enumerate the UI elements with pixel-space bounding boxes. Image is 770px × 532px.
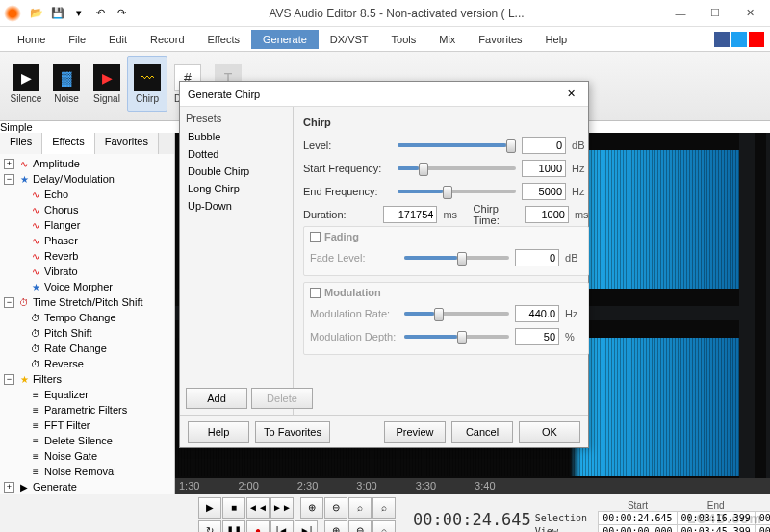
- ribbon-noise[interactable]: ▓Noise: [46, 56, 87, 112]
- dialog-close-button[interactable]: ✕: [561, 88, 580, 100]
- zoom-sel-button[interactable]: ⌕: [372, 497, 396, 519]
- tree-equalizer[interactable]: ≡Equalizer: [2, 387, 172, 402]
- tree-vibrato[interactable]: ∿Vibrato: [2, 264, 172, 279]
- dialog-titlebar[interactable]: Generate Chirp ✕: [180, 82, 588, 107]
- dropdown-icon[interactable]: ▾: [71, 6, 87, 21]
- tree-reverb[interactable]: ∿Reverb: [2, 248, 172, 264]
- minimize-button[interactable]: —: [664, 3, 697, 24]
- fade-slider[interactable]: [404, 251, 509, 265]
- maximize-button[interactable]: ☐: [699, 3, 732, 24]
- cancel-button[interactable]: Cancel: [451, 421, 513, 443]
- menu-help[interactable]: Help: [534, 30, 579, 49]
- goto-end-button[interactable]: ►|: [295, 520, 318, 533]
- tree-fft-filter[interactable]: ≡FFT Filter: [2, 418, 172, 433]
- tree-echo[interactable]: ∿Echo: [2, 187, 172, 202]
- collapse-icon[interactable]: −: [4, 374, 14, 385]
- tree-flanger[interactable]: ∿Flanger: [2, 217, 172, 233]
- level-input[interactable]: [522, 137, 566, 154]
- save-icon[interactable]: 💾: [50, 6, 65, 21]
- tree-noise-removal[interactable]: ≡Noise Removal: [2, 464, 172, 479]
- ribbon-chirp[interactable]: 〰Chirp: [127, 56, 167, 112]
- menu-effects[interactable]: Effects: [196, 30, 251, 49]
- tree-parametric[interactable]: ≡Parametric Filters: [2, 402, 172, 418]
- facebook-icon[interactable]: [714, 32, 730, 47]
- startfreq-input[interactable]: [522, 160, 566, 177]
- stop-button[interactable]: ■: [222, 497, 245, 519]
- tree-delete-silence[interactable]: ≡Delete Silence: [2, 433, 172, 448]
- preset-item[interactable]: Dotted: [186, 145, 287, 163]
- twitter-icon[interactable]: [732, 32, 747, 47]
- tree-time-stretch[interactable]: −⏱Time Stretch/Pitch Shift: [2, 294, 172, 310]
- startfreq-slider[interactable]: [398, 162, 516, 175]
- level-slider[interactable]: [398, 139, 516, 152]
- ffwd-button[interactable]: ►►: [270, 497, 294, 519]
- menu-generate[interactable]: Generate: [251, 30, 319, 49]
- tree-chorus[interactable]: ∿Chorus: [2, 202, 172, 217]
- ribbon-signal[interactable]: ▶Signal: [87, 56, 127, 112]
- zoom-v-in-button[interactable]: ⊕: [324, 520, 347, 533]
- tree-rate-change[interactable]: ⏱Rate Change: [2, 341, 172, 356]
- fading-checkbox[interactable]: [310, 232, 321, 242]
- preset-item[interactable]: Double Chirp: [186, 163, 287, 180]
- menu-dxvst[interactable]: DX/VST: [319, 30, 380, 49]
- ribbon-silence[interactable]: ▶Silence: [6, 56, 46, 112]
- tree-pitch-shift[interactable]: ⏱Pitch Shift: [2, 325, 172, 341]
- zoom-100-button[interactable]: ⌕: [348, 497, 372, 519]
- zoom-fit-button[interactable]: ⌕: [372, 520, 396, 533]
- moddepth-slider[interactable]: [404, 330, 509, 343]
- collapse-icon[interactable]: −: [4, 297, 14, 308]
- expand-icon[interactable]: +: [4, 159, 14, 169]
- modulation-checkbox[interactable]: [310, 288, 321, 298]
- add-preset-button[interactable]: Add: [186, 388, 247, 409]
- open-icon[interactable]: 📂: [29, 6, 44, 21]
- tab-effects[interactable]: Effects: [42, 133, 94, 154]
- menu-file[interactable]: File: [57, 30, 97, 49]
- redo-icon[interactable]: ↷: [114, 6, 129, 21]
- ok-button[interactable]: OK: [519, 421, 580, 443]
- zoom-out-button[interactable]: ⊖: [324, 497, 347, 519]
- tree-noise-gate[interactable]: ≡Noise Gate: [2, 448, 172, 464]
- menu-mix[interactable]: Mix: [427, 30, 467, 49]
- help-button[interactable]: Help: [188, 421, 249, 443]
- menu-edit[interactable]: Edit: [97, 30, 139, 49]
- tree-generate[interactable]: +▶Generate: [2, 479, 172, 494]
- expand-icon[interactable]: +: [4, 482, 14, 493]
- time-ruler[interactable]: 1:30 2:00 2:30 3:00 3:30 3:40: [175, 478, 770, 494]
- tree-reverse[interactable]: ⏱Reverse: [2, 356, 172, 371]
- chirptime-input[interactable]: [525, 206, 569, 223]
- menu-favorites[interactable]: Favorites: [467, 30, 533, 49]
- modrate-slider[interactable]: [404, 307, 509, 320]
- effects-tree[interactable]: +∿Amplitude −★Delay/Modulation ∿Echo ∿Ch…: [0, 154, 174, 494]
- youtube-icon[interactable]: [749, 32, 764, 47]
- zoom-in-button[interactable]: ⊕: [300, 497, 323, 519]
- tree-tempo-change[interactable]: ⏱Tempo Change: [2, 310, 172, 325]
- tree-phaser[interactable]: ∿Phaser: [2, 233, 172, 248]
- preset-item[interactable]: Long Chirp: [186, 180, 287, 197]
- loop-button[interactable]: ↻: [198, 520, 221, 533]
- record-button[interactable]: ●: [246, 520, 270, 533]
- menu-tools[interactable]: Tools: [380, 30, 428, 49]
- play-button[interactable]: ▶: [198, 497, 221, 519]
- moddepth-input[interactable]: [515, 328, 559, 345]
- tab-favorites[interactable]: Favorites: [95, 133, 159, 154]
- preset-item[interactable]: Up-Down: [186, 197, 287, 215]
- zoom-v-out-button[interactable]: ⊖: [348, 520, 372, 533]
- endfreq-input[interactable]: [522, 183, 566, 200]
- goto-start-button[interactable]: |◄: [270, 520, 294, 533]
- rewind-button[interactable]: ◄◄: [246, 497, 270, 519]
- fade-input[interactable]: [515, 249, 559, 266]
- preset-item[interactable]: Bubble: [186, 128, 287, 145]
- preview-button[interactable]: Preview: [384, 421, 446, 443]
- tree-filters[interactable]: −★Filters: [2, 371, 172, 387]
- tree-voice-morpher[interactable]: ★Voice Morpher: [2, 279, 172, 294]
- to-favorites-button[interactable]: To Favorites: [255, 421, 330, 443]
- tab-files[interactable]: Files: [0, 133, 42, 154]
- menu-record[interactable]: Record: [139, 30, 195, 49]
- undo-icon[interactable]: ↶: [92, 6, 108, 21]
- tree-delay-modulation[interactable]: −★Delay/Modulation: [2, 171, 172, 187]
- menu-home[interactable]: Home: [6, 30, 57, 49]
- collapse-icon[interactable]: −: [4, 174, 14, 185]
- close-button[interactable]: ✕: [733, 3, 766, 24]
- tree-amplitude[interactable]: +∿Amplitude: [2, 156, 172, 171]
- endfreq-slider[interactable]: [398, 185, 516, 198]
